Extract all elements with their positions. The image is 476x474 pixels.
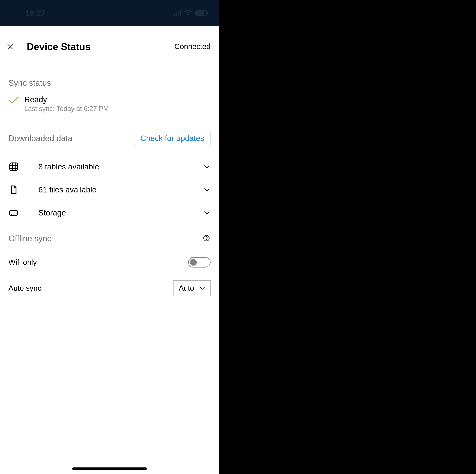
storage-row-label: Storage bbox=[38, 208, 203, 217]
page-title: Device Status bbox=[27, 41, 91, 52]
wifi-only-row: Wifi only bbox=[8, 251, 211, 274]
empty-area bbox=[219, 0, 476, 474]
files-row-label: 61 files available bbox=[38, 185, 203, 194]
auto-sync-label: Auto sync bbox=[8, 284, 41, 292]
chevron-down-icon bbox=[203, 163, 211, 170]
auto-sync-value: Auto bbox=[179, 284, 194, 292]
storage-row[interactable]: Storage bbox=[8, 201, 211, 224]
connection-status: Connected bbox=[174, 42, 211, 51]
offline-sync-settings: Wifi only Auto sync Auto bbox=[8, 251, 211, 306]
page-header: Device Status Connected bbox=[0, 26, 219, 67]
auto-sync-select[interactable]: Auto bbox=[173, 280, 211, 296]
downloaded-data-header: Downloaded data bbox=[8, 134, 72, 143]
offline-sync-header: Offline sync bbox=[8, 234, 51, 243]
sync-text-block: Ready Last sync: Today at 6:27 PM bbox=[24, 95, 109, 113]
close-icon bbox=[7, 43, 14, 50]
chevron-down-icon bbox=[203, 209, 211, 217]
status-time: 18:27 bbox=[25, 9, 45, 17]
data-rows-group: 8 tables available 61 files available St bbox=[8, 152, 211, 226]
sync-state-label: Ready bbox=[24, 95, 109, 104]
chevron-down-icon bbox=[203, 186, 211, 194]
storage-icon bbox=[8, 208, 19, 218]
offline-sync-header-row: Offline sync bbox=[8, 226, 211, 251]
battery-icon bbox=[195, 10, 207, 16]
tables-row-label: 8 tables available bbox=[38, 162, 203, 171]
wifi-only-toggle[interactable] bbox=[188, 257, 211, 268]
svg-point-7 bbox=[13, 214, 14, 215]
close-button[interactable] bbox=[7, 43, 14, 50]
checkmark-icon bbox=[8, 97, 19, 107]
status-icons-group bbox=[174, 10, 207, 17]
home-indicator[interactable] bbox=[72, 467, 147, 470]
files-row[interactable]: 61 files available bbox=[8, 178, 211, 201]
check-updates-button[interactable]: Check for updates bbox=[134, 130, 211, 147]
svg-point-9 bbox=[206, 239, 207, 240]
last-sync-label: Last sync: Today at 6:27 PM bbox=[24, 105, 109, 113]
sync-status-header: Sync status bbox=[8, 67, 211, 95]
content-area: Sync status Ready Last sync: Today at 6:… bbox=[0, 67, 219, 306]
file-icon bbox=[8, 185, 19, 195]
chevron-down-icon bbox=[200, 287, 205, 290]
auto-sync-row: Auto sync Auto bbox=[8, 274, 211, 303]
svg-rect-5 bbox=[10, 210, 17, 215]
tables-row[interactable]: 8 tables available bbox=[8, 155, 211, 178]
help-icon bbox=[203, 235, 210, 241]
wifi-icon bbox=[184, 10, 192, 17]
svg-point-6 bbox=[11, 214, 12, 215]
status-bar: 18:27 bbox=[0, 0, 219, 26]
svg-rect-0 bbox=[10, 163, 17, 171]
table-icon bbox=[8, 162, 19, 172]
sync-status-row: Ready Last sync: Today at 6:27 PM bbox=[8, 95, 211, 120]
help-button[interactable] bbox=[203, 235, 211, 242]
phone-frame: 18:27 Device Status Connected Sync statu… bbox=[0, 0, 219, 474]
wifi-only-label: Wifi only bbox=[8, 258, 37, 267]
downloaded-data-header-row: Downloaded data Check for updates bbox=[8, 120, 211, 152]
cellular-icon bbox=[174, 10, 181, 16]
toggle-knob bbox=[190, 259, 197, 266]
